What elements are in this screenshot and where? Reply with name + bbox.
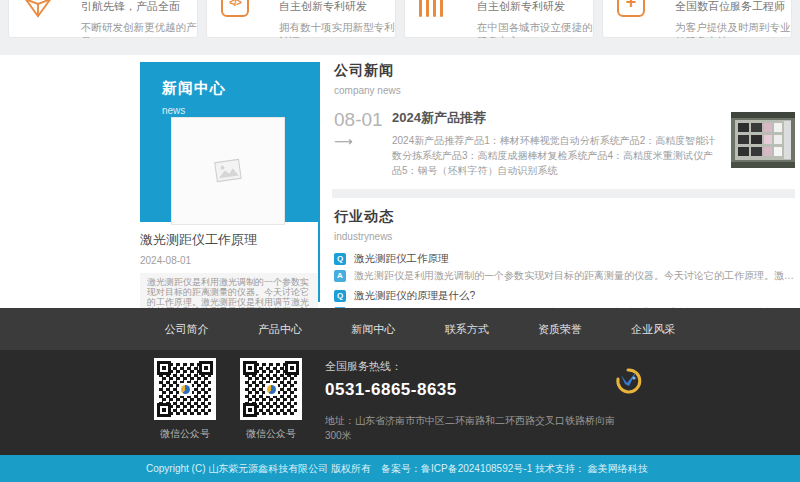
article-image-placeholder[interactable] xyxy=(171,117,285,225)
qr-caption: 微信公众号 xyxy=(232,427,310,441)
qr-caption: 微信公众号 xyxy=(146,427,224,441)
accent-divider xyxy=(318,62,320,302)
feature-title: 自主创新专利研发 xyxy=(279,0,395,14)
arrow-right-icon[interactable]: ⟶ xyxy=(334,134,392,149)
qr-center-logo xyxy=(265,383,278,396)
plus-icon: + xyxy=(617,0,649,17)
news-center-column: 新闻中心 news 激光测距仪工作原理 2024-08-01 激光测距仪是利用激… xyxy=(140,62,318,321)
feature-card-products: 引航先锋，产品全面 不断研发创新更优越的产品 xyxy=(8,0,198,38)
footer-nav: 公司简介 产品中心 新闻中心 联系方式 资质荣誉 企业风采 xyxy=(0,308,800,350)
industry-news-title: 行业动态 xyxy=(334,208,795,226)
company-news-subtitle: company news xyxy=(334,85,795,96)
news-section: 新闻中心 news 激光测距仪工作原理 2024-08-01 激光测距仪是利用激… xyxy=(0,55,800,308)
feature-card-patent: </> 自主创新专利研发 拥有数十项实用新型专利认证 xyxy=(206,0,396,38)
page: 引航先锋，产品全面 不断研发创新更优越的产品 </> 自主创新专利研发 拥有数十… xyxy=(0,0,800,482)
hotline-label: 全国服务热线： xyxy=(325,359,625,374)
answer-badge-icon: A xyxy=(334,270,346,282)
company-news-title: 公司新闻 xyxy=(334,62,795,80)
feature-desc: 不断研发创新更优越的产品 xyxy=(81,21,197,38)
qr-code-image xyxy=(154,358,216,420)
article-date: 2024-08-01 xyxy=(140,255,318,266)
item-title[interactable]: 2024新产品推荐 xyxy=(392,109,719,127)
feature-card-engineers: + 全国数百位服务工程师 为客户提供及时周到专业的服务支持 xyxy=(602,0,792,38)
code-icon: </> xyxy=(221,0,253,17)
copyright-bar: Copyright (C) 山东紫元源鑫科技有限公司 版权所有 备案号：鲁ICP… xyxy=(0,455,800,482)
news-thumbnail[interactable] xyxy=(731,112,795,168)
feature-card-service-centers: 自主创新专利研发 在中国各城市设立便捷的服务中心 xyxy=(404,0,594,38)
answer-text: 激光测距仪是利用激光调制的一个参数实现对目标的距离测量的仪器。今天讨论它的工作原… xyxy=(354,269,795,283)
question-badge-icon: Q xyxy=(334,290,346,302)
item-date: 08-01 xyxy=(334,109,392,131)
feature-title: 自主创新专利研发 xyxy=(477,0,593,14)
copyright-text: Copyright (C) 山东紫元源鑫科技有限公司 版权所有 备案号：鲁ICP… xyxy=(146,463,648,474)
bars-icon xyxy=(419,0,451,17)
industry-news-subtitle: industrynews xyxy=(334,231,795,242)
paper-plane-icon xyxy=(23,0,55,23)
feature-desc: 为客户提供及时周到专业的服务支持 xyxy=(675,21,791,38)
footer-main: 微信公众号 微信公众号 全国服务热线： 0531-6865-8635 地址：山东… xyxy=(0,350,800,455)
footer-nav-contact[interactable]: 联系方式 xyxy=(420,308,513,350)
news-center-title: 新闻中心 xyxy=(162,79,318,98)
feature-title: 引航先锋，产品全面 xyxy=(81,0,197,14)
company-news-block: 公司新闻 company news 08-01 ⟶ 2024新产品推荐 2024… xyxy=(334,62,795,178)
hotline-number: 0531-6865-8635 xyxy=(325,380,625,400)
footer-contact: 全国服务热线： 0531-6865-8635 地址：山东省济南市市中区二环南路和… xyxy=(325,359,625,443)
qr-block-wechat-1: 微信公众号 xyxy=(146,358,224,441)
footer-nav-news[interactable]: 新闻中心 xyxy=(327,308,420,350)
news-center-panel: 新闻中心 news xyxy=(140,62,318,222)
feature-title: 全国数百位服务工程师 xyxy=(675,0,791,14)
footer-nav-about[interactable]: 公司简介 xyxy=(140,308,233,350)
question-text[interactable]: 激光测距仪工作原理 xyxy=(354,252,449,266)
article-title[interactable]: 激光测距仪工作原理 xyxy=(140,231,318,249)
company-logo-icon xyxy=(612,365,644,397)
item-excerpt: 2024新产品推荐产品1：棒材环棒视觉自动分析系统产品2：高精度智能计数分拣系统… xyxy=(392,133,719,178)
footer-nav-honors[interactable]: 资质荣誉 xyxy=(513,308,606,350)
qr-center-logo xyxy=(179,383,192,396)
question-text[interactable]: 激光测距仪的原理是什么? xyxy=(354,289,475,303)
feature-strip: 引航先锋，产品全面 不断研发创新更优越的产品 </> 自主创新专利研发 拥有数十… xyxy=(0,0,800,38)
qa-item: Q 激光测距仪工作原理 A 激光测距仪是利用激光调制的一个参数实现对目标的距离测… xyxy=(334,252,795,283)
broken-image-icon xyxy=(211,156,245,186)
news-center-subtitle: news xyxy=(162,105,318,116)
footer-nav-culture[interactable]: 企业风采 xyxy=(607,308,700,350)
company-news-item: 08-01 ⟶ 2024新产品推荐 2024新产品推荐产品1：棒材环棒视觉自动分… xyxy=(334,109,795,178)
feature-desc: 在中国各城市设立便捷的服务中心 xyxy=(477,21,593,38)
feature-desc: 拥有数十项实用新型专利认证 xyxy=(279,21,395,38)
footer-nav-products[interactable]: 产品中心 xyxy=(233,308,326,350)
qr-block-wechat-2: 微信公众号 xyxy=(232,358,310,441)
company-address: 地址：山东省济南市市中区二环南路和二环西路交叉口铁路桥向南 300米 xyxy=(325,413,625,443)
question-badge-icon: Q xyxy=(334,253,346,265)
qr-code-image xyxy=(240,358,302,420)
section-gap xyxy=(332,189,795,198)
